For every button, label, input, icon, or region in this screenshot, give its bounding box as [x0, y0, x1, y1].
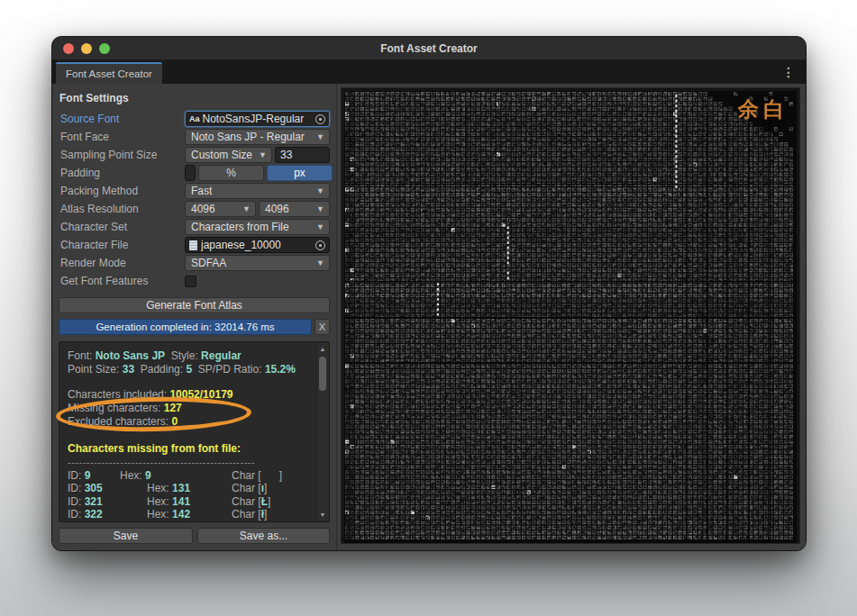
character-file-value: japanese_10000 [201, 239, 315, 251]
save-as-button[interactable]: Save as... [197, 528, 330, 544]
atlas-frame: 余白 [341, 87, 800, 544]
text-asset-icon [189, 240, 197, 250]
missing-char-row: ID: 321 Hex: 141 Char [Ł] [68, 495, 311, 508]
output-scrollbar[interactable]: ▲ ▼ [316, 343, 328, 521]
padding-label: Padding [59, 167, 185, 179]
render-mode-dropdown[interactable]: SDFAA ▼ [185, 255, 330, 271]
font-atlas-texture [344, 91, 797, 543]
output-excluded-line: Excluded characters: 0 [68, 415, 311, 429]
atlas-annotation-yohaku: 余白 [738, 95, 789, 123]
missing-char-row: ID: 305 Hex: 131 Char [ı] [68, 482, 311, 494]
character-set-dropdown[interactable]: Characters from File ▼ [185, 219, 330, 235]
chevron-down-icon: ▼ [242, 204, 251, 213]
atlas-preview-panel: 余白 [337, 84, 807, 551]
render-mode-row: Render Mode SDFAA ▼ [59, 255, 330, 271]
chevron-down-icon: ▼ [316, 186, 324, 195]
tab-font-asset-creator[interactable]: Font Asset Creator [56, 62, 162, 84]
scroll-down-icon[interactable]: ▼ [317, 512, 328, 518]
output-missing-line: Missing characters: 127 [68, 402, 311, 415]
settings-panel: Font Settings Source Font Aa NotoSansJP-… [52, 84, 337, 551]
font-face-dropdown[interactable]: Noto Sans JP - Regular ▼ [185, 129, 330, 145]
font-face-label: Font Face [59, 131, 185, 143]
generation-progress-bar: Generation completed in: 32014.76 ms [59, 319, 312, 335]
atlas-width-dropdown[interactable]: 4096 ▼ [185, 201, 256, 217]
titlebar: Font Asset Creator [52, 37, 806, 60]
source-font-label: Source Font [59, 113, 185, 125]
tab-bar: Font Asset Creator ⋮ [52, 60, 806, 84]
output-font-line: Font: Noto Sans JP Style: Regular [68, 349, 311, 363]
font-features-checkbox[interactable] [185, 276, 196, 287]
font-features-row: Get Font Features [59, 273, 330, 289]
output-size-line: Point Size: 33 Padding: 5 SP/PD Ratio: 1… [68, 363, 311, 376]
font-face-row: Font Face Noto Sans JP - Regular ▼ [59, 129, 330, 145]
missing-char-row: ID: 322 Hex: 142 Char [ł] [68, 508, 311, 521]
generation-output-box: Font: Noto Sans JP Style: Regular Point … [59, 341, 330, 522]
character-set-value: Characters from File [191, 221, 289, 233]
source-font-field[interactable]: Aa NotoSansJP-Regular [185, 111, 330, 127]
character-file-row: Character File japanese_10000 [59, 237, 330, 253]
sampling-mode-dropdown[interactable]: Custom Size ▼ [185, 147, 272, 163]
object-picker-icon[interactable] [315, 114, 325, 124]
missing-char-row: ID: 9 Hex: 9 Char [ ] [68, 469, 311, 482]
source-font-row: Source Font Aa NotoSansJP-Regular [59, 111, 330, 127]
sampling-size-input[interactable] [275, 147, 330, 163]
atlas-height-value: 4096 [265, 203, 289, 215]
sampling-point-size-row: Sampling Point Size Custom Size ▼ [59, 147, 330, 163]
atlas-resolution-row: Atlas Resolution 4096 ▼ 4096 ▼ [59, 201, 330, 217]
packing-value: Fast [191, 185, 212, 197]
atlas-height-dropdown[interactable]: 4096 ▼ [259, 201, 330, 217]
render-mode-label: Render Mode [59, 257, 185, 269]
packing-label: Packing Method [59, 185, 185, 197]
tab-label: Font Asset Creator [66, 68, 152, 79]
generate-font-atlas-button[interactable]: Generate Font Atlas [59, 297, 330, 313]
sampling-mode-value: Custom Size [191, 149, 252, 161]
padding-row: Padding % px [59, 165, 330, 181]
character-set-row: Character Set Characters from File ▼ [59, 219, 330, 235]
kebab-menu-icon[interactable]: ⋮ [782, 64, 795, 80]
missing-chars-header: Characters missing from font file: [68, 442, 311, 456]
window-title: Font Asset Creator [52, 42, 806, 55]
font-face-value: Noto Sans JP - Regular [191, 131, 305, 143]
padding-px-button[interactable]: px [267, 165, 333, 181]
scroll-up-icon[interactable]: ▲ [317, 346, 328, 352]
atlas-width-value: 4096 [191, 203, 215, 215]
padding-percent-button[interactable]: % [198, 165, 264, 181]
packing-method-dropdown[interactable]: Fast ▼ [185, 183, 330, 199]
chevron-down-icon: ▼ [316, 258, 324, 267]
source-font-value: NotoSansJP-Regular [203, 113, 315, 125]
object-picker-icon[interactable] [315, 240, 325, 250]
chevron-down-icon: ▼ [316, 204, 324, 213]
atlas-resolution-label: Atlas Resolution [59, 203, 185, 215]
font-features-label: Get Font Features [59, 275, 185, 287]
chevron-down-icon: ▼ [316, 132, 324, 141]
divider-line: ----------------------------------------… [68, 456, 311, 469]
padding-input[interactable] [185, 165, 196, 181]
missing-char-row: ID: 331 Hex: 14B Char [ŋ] [68, 521, 311, 522]
sampling-label: Sampling Point Size [59, 149, 185, 161]
section-title: Font Settings [59, 92, 330, 104]
cancel-generation-button[interactable]: X [315, 319, 330, 335]
render-mode-value: SDFAA [191, 257, 226, 269]
chevron-down-icon: ▼ [259, 150, 267, 159]
output-included-line: Characters included: 10052/10179 [68, 388, 311, 402]
scrollbar-thumb[interactable] [319, 357, 326, 391]
chevron-down-icon: ▼ [316, 222, 324, 231]
character-file-field[interactable]: japanese_10000 [185, 237, 330, 253]
character-file-label: Character File [59, 239, 185, 251]
font-asset-icon: Aa [189, 114, 200, 123]
packing-method-row: Packing Method Fast ▼ [59, 183, 330, 199]
font-asset-creator-window: Font Asset Creator Font Asset Creator ⋮ … [51, 36, 807, 551]
character-set-label: Character Set [59, 221, 185, 233]
save-button[interactable]: Save [59, 528, 193, 544]
